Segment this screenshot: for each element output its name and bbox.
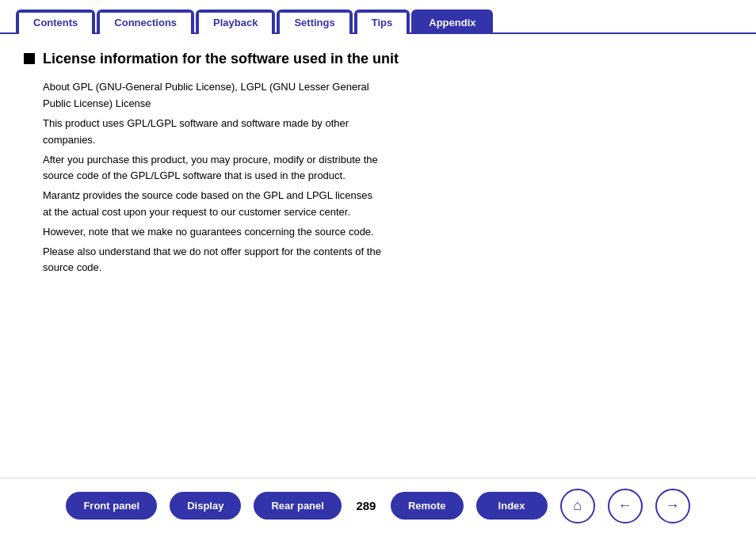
- back-arrow-icon: ←: [618, 497, 632, 514]
- paragraph-5: However, note that we make no guarantees…: [43, 224, 384, 241]
- tab-playback[interactable]: Playback: [196, 10, 275, 34]
- forward-button[interactable]: →: [655, 489, 690, 523]
- tab-appendix[interactable]: Appendix: [411, 10, 493, 34]
- top-navigation: Contents Connections Playback Settings T…: [0, 0, 756, 34]
- paragraph-3: After you purchase this product, you may…: [43, 152, 384, 185]
- paragraph-6: Please also understand that we do not of…: [43, 244, 384, 277]
- front-panel-button[interactable]: Front panel: [66, 492, 157, 520]
- tab-tips[interactable]: Tips: [354, 10, 410, 34]
- display-button[interactable]: Display: [170, 492, 241, 520]
- home-button[interactable]: ⌂: [560, 489, 595, 523]
- tab-connections[interactable]: Connections: [97, 10, 194, 34]
- bottom-navigation: Front panel Display Rear panel 289 Remot…: [0, 478, 756, 533]
- page-number: 289: [354, 499, 378, 512]
- index-button[interactable]: Index: [476, 492, 548, 520]
- home-icon: ⌂: [573, 497, 582, 514]
- rear-panel-button[interactable]: Rear panel: [254, 492, 341, 520]
- section-bullet: [24, 53, 35, 64]
- paragraph-2: This product uses GPL/LGPL software and …: [43, 116, 384, 149]
- tab-settings[interactable]: Settings: [277, 10, 352, 34]
- remote-button[interactable]: Remote: [391, 492, 464, 520]
- paragraph-4: Marantz provides the source code based o…: [43, 188, 384, 221]
- main-content: License information for the software use…: [0, 34, 756, 295]
- paragraph-1: About GPL (GNU-General Public License), …: [43, 79, 384, 112]
- tab-contents[interactable]: Contents: [16, 10, 95, 34]
- section-title: License information for the software use…: [43, 50, 399, 68]
- body-text: About GPL (GNU-General Public License), …: [43, 79, 384, 276]
- back-button[interactable]: ←: [608, 489, 643, 523]
- forward-arrow-icon: →: [666, 497, 680, 514]
- section-header: License information for the software use…: [24, 50, 732, 68]
